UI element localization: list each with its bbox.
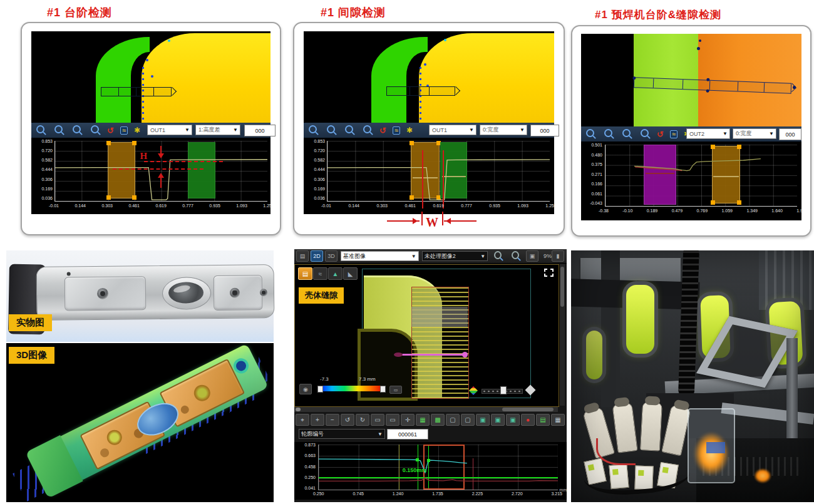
scale-handle-max[interactable] [380, 386, 386, 393]
cursor-button[interactable]: ◣ [343, 267, 358, 280]
zoom-out-icon[interactable] [512, 251, 519, 259]
value-box[interactable]: 000 [779, 128, 801, 140]
scale-options-button[interactable]: ▭ [389, 386, 402, 394]
fit-view-button[interactable]: ▣ [526, 250, 538, 262]
profile-button[interactable]: ≈ [313, 267, 327, 280]
tool-icon[interactable]: ▭ [371, 414, 384, 426]
tool-icon[interactable]: ● [521, 414, 535, 426]
image-select-value: 基准图像 [343, 252, 366, 260]
profile-view-icon[interactable]: ≈ [120, 126, 128, 135]
profile-number-select[interactable]: 轮廓编号 ▼ [299, 429, 385, 439]
opacity-handle[interactable] [500, 386, 507, 394]
zoom-fit-icon[interactable] [345, 125, 353, 133]
tool-icon[interactable]: ▢ [446, 414, 460, 426]
measure-roi[interactable] [386, 86, 455, 96]
texture-button[interactable]: ▲ [328, 267, 343, 280]
image-select[interactable]: 基准图像 ▼ [341, 251, 419, 261]
profile-number-value[interactable]: 000061 [387, 429, 428, 440]
scroll-thumb[interactable] [502, 408, 554, 411]
output-select[interactable]: OUT1 ▼ [429, 125, 477, 135]
x-tick-label: 1.059 [721, 208, 733, 213]
green-region [371, 37, 428, 123]
view-list-button[interactable]: ▤ [296, 250, 309, 262]
profile-view-icon[interactable]: ≈ [393, 126, 400, 135]
tool-icon[interactable]: ▣ [476, 414, 490, 426]
tool-icon[interactable]: ↻ [356, 414, 369, 426]
zoom-in-icon[interactable] [36, 125, 44, 133]
gap-roi[interactable] [411, 287, 469, 399]
tool-icon[interactable]: ▣ [491, 414, 505, 426]
zoom-in-icon[interactable] [494, 251, 502, 259]
output-select[interactable]: OUT2 ▼ [686, 128, 730, 139]
scroll-button[interactable] [296, 408, 301, 411]
x-tick-label: 2.720 [512, 491, 523, 496]
plot-area: 0.150mm mm [318, 445, 558, 490]
settings-icon[interactable]: ✱ [134, 126, 140, 134]
scroll-thumb[interactable] [560, 267, 564, 307]
y-axis-labels: 0.8530.7200.5820.4440.3060.1690.036 [306, 139, 325, 200]
tool-icon[interactable]: ▦ [416, 414, 430, 426]
reset-scale-button[interactable]: ◉ [299, 384, 312, 394]
zoom-region-icon[interactable] [91, 125, 99, 133]
tool-icon[interactable]: ▦ [551, 414, 565, 426]
h-arrow-down [160, 146, 162, 157]
panel3-toolbar: ↺ ≈ ✱ OUT2 ▼ 0:宽度 ▼ 000 [581, 126, 801, 141]
zoom-region-icon[interactable] [641, 129, 649, 137]
measure-roi[interactable] [101, 87, 172, 96]
zoom-out-icon[interactable] [54, 125, 63, 133]
value-box[interactable]: 000 [244, 125, 276, 136]
tool-icon[interactable]: ▢ [461, 414, 475, 426]
zoom-out-icon[interactable] [327, 125, 335, 133]
scale-handle-min[interactable] [317, 386, 323, 393]
user-icon[interactable]: ▮ [552, 250, 564, 262]
profile-view-icon[interactable]: ≈ [670, 130, 677, 138]
tab-2d[interactable]: 2D [311, 250, 323, 262]
output-select[interactable]: OUT1 ▼ [147, 125, 192, 135]
mode-select[interactable]: 0:宽度 ▼ [733, 128, 776, 139]
zoom-fit-icon[interactable] [73, 125, 81, 133]
tool-icon[interactable]: ▤ [536, 414, 550, 426]
zoom-fit-icon[interactable] [622, 129, 631, 137]
tool-icon[interactable]: ⌖ [296, 414, 309, 426]
zoom-in-icon[interactable] [586, 129, 594, 137]
settings-icon[interactable]: ✱ [406, 126, 413, 134]
measurement-arrow[interactable] [401, 354, 464, 356]
caret-down-icon: ▼ [480, 254, 485, 259]
zoom-region-icon[interactable] [363, 125, 371, 133]
tab-3d[interactable]: 3D [325, 250, 337, 262]
w-annotation-label: W [426, 215, 438, 230]
horizontal-scrollbar[interactable] [294, 407, 558, 412]
edge-marker [416, 458, 419, 461]
x-tick-label: 0.461 [128, 203, 140, 208]
scale-min-label: -7.3 [320, 376, 329, 382]
roi-node[interactable] [633, 76, 636, 80]
plot-area [605, 145, 797, 207]
mode-select[interactable]: 0:宽度 ▼ [480, 125, 527, 135]
vertical-scrollbar[interactable] [559, 264, 565, 406]
plot-area: H [54, 141, 267, 202]
pad-circle [191, 382, 213, 404]
y-tick-label: 0.169 [314, 187, 325, 191]
tool-icon[interactable]: − [326, 414, 339, 426]
value-box[interactable]: 000 [530, 125, 559, 136]
y-axis-labels: 0.8730.6630.4580.2500.041 [297, 443, 316, 490]
tool-icon[interactable]: ▩ [431, 414, 445, 426]
machine-panel [759, 250, 814, 310]
height-image-button[interactable]: ▤ [298, 267, 312, 280]
tool-icon[interactable]: ▣ [506, 414, 520, 426]
fullscreen-icon[interactable] [544, 269, 554, 277]
processed-image-select[interactable]: 未处理图像2 ▼ [422, 251, 488, 261]
undo-icon[interactable]: ↺ [379, 126, 386, 135]
light-window [626, 285, 654, 354]
zoom-in-icon[interactable] [309, 125, 317, 133]
zoom-out-icon[interactable] [604, 129, 612, 137]
undo-icon[interactable]: ↺ [657, 130, 664, 138]
tool-icon[interactable]: ↺ [341, 414, 354, 426]
y-tick-label: 0.458 [304, 465, 316, 469]
undo-icon[interactable]: ↺ [107, 126, 114, 135]
tool-icon[interactable]: ▭ [386, 414, 399, 426]
x-axis-labels: -0.38-0.100.1890.4790.7691.0591.3491.640… [599, 208, 803, 213]
tool-icon[interactable]: ✛ [401, 414, 415, 426]
mode-select[interactable]: 1:高度差 ▼ [195, 125, 240, 135]
tool-icon[interactable]: + [311, 414, 324, 426]
